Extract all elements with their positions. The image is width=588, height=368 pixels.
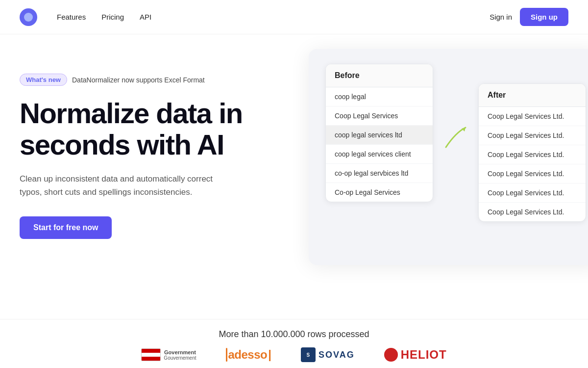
table-row: Coop Legal Services Ltd. — [479, 107, 586, 126]
navbar: Features Pricing API Sign in Sign up — [0, 0, 588, 34]
after-table-header: After — [479, 84, 586, 107]
logo-heliot: HELIOT — [384, 348, 447, 362]
badge-row: What's new DataNormalizer now supports E… — [20, 74, 304, 86]
after-table: After Coop Legal Services Ltd. Coop Lega… — [478, 83, 586, 222]
nav-features[interactable]: Features — [57, 13, 86, 21]
rows-processed-text: More than 10.000.000 rows processed — [20, 329, 568, 340]
logo-government: Government Gouvernement — [141, 348, 196, 361]
hero-title: Normalize data in seconds with AI — [20, 98, 304, 160]
table-row: Coop Legal Services — [326, 106, 433, 126]
start-free-button[interactable]: Start for free now — [20, 216, 112, 239]
demo-panel: Before coop legal Coop Legal Services co… — [309, 49, 588, 265]
arrow-icon — [441, 123, 470, 152]
whats-new-badge: What's new — [20, 74, 67, 86]
before-table-header: Before — [326, 64, 433, 87]
nav-actions: Sign in Sign up — [490, 8, 568, 26]
table-row: Co-op Legal Services — [326, 183, 433, 202]
badge-description: DataNormalizer now supports Excel Format — [72, 76, 205, 84]
before-table: Before coop legal Coop Legal Services co… — [325, 64, 433, 202]
nav-pricing[interactable]: Pricing — [101, 13, 124, 21]
nav-api[interactable]: API — [140, 13, 151, 21]
arrow-area — [441, 123, 470, 152]
nav-links: Features Pricing API — [57, 13, 490, 21]
signup-button[interactable]: Sign up — [520, 8, 568, 26]
logo[interactable] — [20, 8, 37, 26]
logo-icon — [24, 13, 33, 22]
table-row: Coop Legal Services Ltd. — [479, 203, 586, 221]
logos-row: Government Gouvernement adesso | S SOVAG — [20, 347, 568, 362]
logo-adesso: adesso | — [226, 348, 271, 362]
hero-section: What's new DataNormalizer now supports E… — [0, 34, 588, 319]
logo-sovag: S SOVAG — [301, 347, 355, 362]
hero-content: What's new DataNormalizer now supports E… — [20, 64, 304, 239]
table-row: Coop Legal Services Ltd. — [479, 164, 586, 184]
table-row: coop legal — [326, 87, 433, 106]
hero-subtitle: Clean up inconsistent data and automatic… — [20, 172, 225, 199]
table-row: Coop Legal Services Ltd. — [479, 145, 586, 164]
signin-button[interactable]: Sign in — [490, 13, 512, 21]
table-row: Coop Legal Services Ltd. — [479, 126, 586, 145]
table-row: coop legal services ltd — [326, 126, 433, 145]
table-row: co-op legal servbices ltd — [326, 164, 433, 183]
bottom-section: More than 10.000.000 rows processed Gove… — [0, 319, 588, 368]
table-row: Coop Legal Services Ltd. — [479, 184, 586, 203]
table-row: coop legal services client — [326, 145, 433, 164]
